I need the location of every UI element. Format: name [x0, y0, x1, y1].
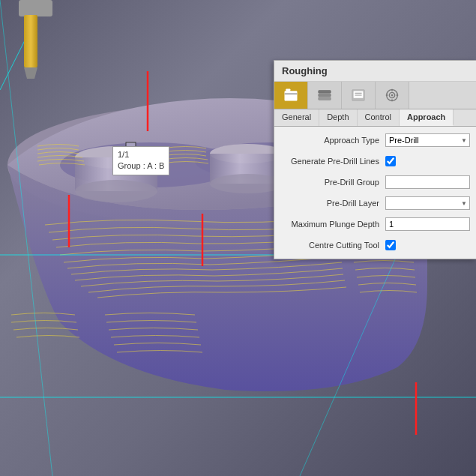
max-plunge-label: Maximum Plunge Depth — [280, 220, 385, 229]
svg-rect-19 — [19, 0, 52, 16]
max-plunge-control — [385, 217, 470, 231]
svg-rect-20 — [24, 15, 37, 67]
panel-title: Roughing — [274, 61, 476, 82]
panel-toolbar — [274, 82, 476, 109]
centre-cutting-control — [385, 240, 470, 250]
svg-rect-25 — [319, 91, 331, 94]
tooltip-line2: Group : A : B — [118, 160, 164, 172]
max-plunge-input[interactable] — [385, 217, 470, 231]
generate-predrill-control — [385, 156, 470, 166]
tab-approach[interactable]: Approach — [400, 109, 454, 126]
svg-marker-21 — [24, 67, 37, 79]
generate-predrill-checkbox[interactable] — [385, 156, 396, 166]
toolbar-btn-open[interactable] — [274, 82, 308, 109]
svg-rect-26 — [319, 94, 331, 97]
max-plunge-row: Maximum Plunge Depth — [274, 214, 476, 235]
toolbar-btn-layers[interactable] — [308, 82, 342, 109]
panel-tabs: General Depth Control Approach — [274, 109, 476, 127]
toolbar-btn-toolpath[interactable] — [342, 82, 376, 109]
centre-cutting-checkbox[interactable] — [385, 240, 396, 250]
generate-predrill-row: Generate Pre-Drill Lines — [274, 151, 476, 172]
predrill-layer-control — [385, 196, 470, 210]
predrill-layer-label: Pre-Drill Layer — [280, 199, 385, 208]
generate-predrill-label: Generate Pre-Drill Lines — [280, 157, 385, 166]
predrill-group-control — [385, 175, 470, 189]
svg-line-12 — [0, 0, 52, 476]
predrill-group-row: Pre-Drill Group — [274, 172, 476, 193]
centre-cutting-label: Centre Cutting Tool — [280, 241, 385, 250]
approach-type-select[interactable]: Pre-Drill Ramp Plunge — [385, 133, 470, 147]
tab-depth[interactable]: Depth — [319, 109, 357, 126]
predrill-group-label: Pre-Drill Group — [280, 178, 385, 187]
svg-rect-24 — [286, 89, 291, 92]
tab-control[interactable]: Control — [358, 109, 400, 126]
approach-type-label: Approach Type — [280, 136, 385, 145]
predrill-group-input[interactable] — [385, 175, 470, 189]
svg-point-5 — [75, 180, 157, 202]
model-tooltip: 1/1 Group : A : B — [112, 146, 169, 175]
toolbar-btn-target[interactable] — [376, 82, 409, 109]
svg-rect-29 — [354, 91, 364, 98]
approach-form: Approach Type Pre-Drill Ramp Plunge Gene… — [274, 127, 476, 259]
tooltip-line1: 1/1 — [118, 149, 164, 160]
predrill-layer-select-wrapper — [385, 196, 470, 210]
centre-cutting-row: Centre Cutting Tool — [274, 235, 476, 256]
predrill-layer-select[interactable] — [385, 196, 470, 210]
roughing-panel: Roughing — [274, 60, 476, 259]
approach-type-control: Pre-Drill Ramp Plunge — [385, 133, 470, 147]
tab-general[interactable]: General — [274, 109, 319, 126]
svg-point-34 — [391, 94, 394, 97]
approach-type-select-wrapper: Pre-Drill Ramp Plunge — [385, 133, 470, 147]
svg-line-11 — [0, 0, 45, 90]
svg-rect-27 — [319, 97, 331, 100]
svg-rect-23 — [285, 91, 298, 101]
approach-type-row: Approach Type Pre-Drill Ramp Plunge — [274, 130, 476, 151]
predrill-layer-row: Pre-Drill Layer — [274, 193, 476, 214]
